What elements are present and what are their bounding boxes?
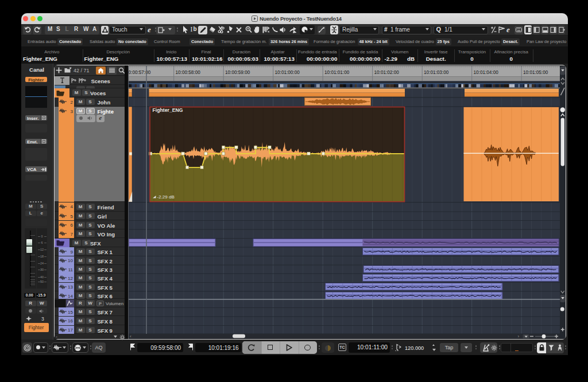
svg-text:Fighter_ENG: Fighter_ENG — [153, 107, 183, 113]
svg-text:10:01:00:00: 10:01:00:00 — [275, 70, 300, 75]
svg-text:10:01:05:00: 10:01:05:00 — [523, 70, 548, 75]
svg-text:10:00:57:00: 10:00:57:00 — [128, 70, 151, 75]
svg-text:10:01:02:00: 10:01:02:00 — [374, 70, 400, 75]
svg-text:10:00:59:00: 10:00:59:00 — [225, 70, 250, 75]
svg-text:10:01:03:00: 10:01:03:00 — [424, 70, 449, 75]
svg-text:-2.29 dB: -2.29 dB — [157, 194, 175, 200]
svg-text:›: › — [518, 334, 520, 339]
svg-text:10:01:01:00: 10:01:01:00 — [324, 70, 350, 75]
svg-text:‹: ‹ — [130, 334, 131, 339]
svg-text:10:01:04:00: 10:01:04:00 — [474, 70, 499, 75]
svg-text:10:00:58:00: 10:00:58:00 — [176, 70, 201, 75]
